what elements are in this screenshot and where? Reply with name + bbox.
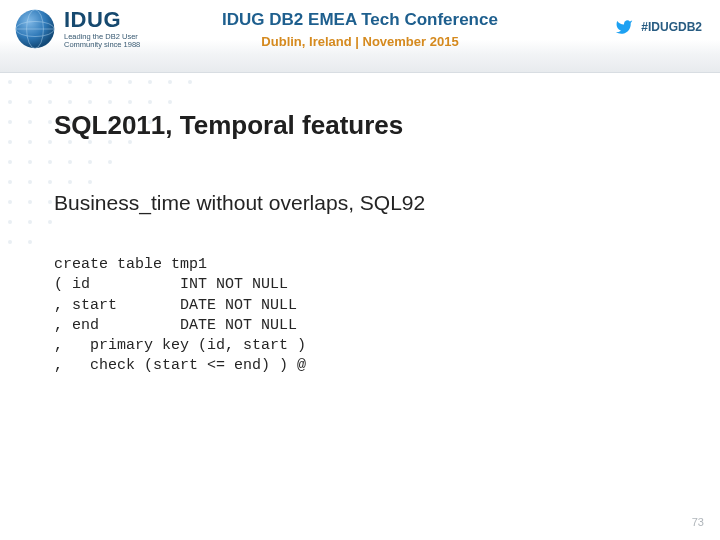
svg-point-8	[88, 80, 92, 84]
svg-point-32	[28, 140, 32, 144]
svg-point-40	[48, 160, 52, 164]
svg-point-10	[128, 80, 132, 84]
brand-tagline: Leading the DB2 User Community since 198…	[64, 33, 174, 50]
slide-subheading: Business_time without overlaps, SQL92	[54, 191, 680, 215]
svg-point-9	[108, 80, 112, 84]
svg-point-14	[8, 100, 12, 104]
svg-point-49	[8, 200, 12, 204]
logo-block: IDUG Leading the DB2 User Community sinc…	[14, 8, 174, 50]
slide-content: SQL2011, Temporal features Business_time…	[54, 110, 680, 377]
svg-point-55	[48, 220, 52, 224]
svg-point-12	[168, 80, 172, 84]
brand-name: IDUG	[64, 9, 174, 31]
svg-point-22	[168, 100, 172, 104]
svg-point-15	[28, 100, 32, 104]
svg-point-25	[48, 120, 52, 124]
slide-header: IDUG Leading the DB2 User Community sinc…	[0, 0, 720, 73]
svg-point-19	[108, 100, 112, 104]
svg-point-4	[8, 80, 12, 84]
svg-point-50	[28, 200, 32, 204]
sql-code-block: create table tmp1 ( id INT NOT NULL , st…	[54, 255, 680, 377]
svg-point-39	[28, 160, 32, 164]
svg-point-33	[48, 140, 52, 144]
svg-point-17	[68, 100, 72, 104]
conference-titles: IDUG DB2 EMEA Tech Conference Dublin, Ir…	[222, 10, 498, 49]
globe-icon	[14, 8, 56, 50]
conference-subtitle: Dublin, Ireland | November 2015	[222, 34, 498, 49]
svg-point-57	[28, 240, 32, 244]
svg-point-23	[8, 120, 12, 124]
svg-point-18	[88, 100, 92, 104]
svg-point-44	[8, 180, 12, 184]
svg-point-31	[8, 140, 12, 144]
svg-point-38	[8, 160, 12, 164]
svg-point-46	[48, 180, 52, 184]
svg-point-16	[48, 100, 52, 104]
hashtag-block: #IDUGDB2	[613, 18, 702, 36]
svg-point-7	[68, 80, 72, 84]
slide-title: SQL2011, Temporal features	[54, 110, 680, 141]
twitter-bird-icon	[613, 18, 635, 36]
svg-point-45	[28, 180, 32, 184]
svg-point-54	[28, 220, 32, 224]
svg-point-24	[28, 120, 32, 124]
svg-point-21	[148, 100, 152, 104]
svg-point-5	[28, 80, 32, 84]
svg-point-53	[8, 220, 12, 224]
page-number: 73	[692, 516, 704, 528]
conference-title: IDUG DB2 EMEA Tech Conference	[222, 10, 498, 30]
logo-text: IDUG Leading the DB2 User Community sinc…	[64, 9, 174, 50]
svg-point-51	[48, 200, 52, 204]
svg-point-56	[8, 240, 12, 244]
svg-point-13	[188, 80, 192, 84]
svg-point-6	[48, 80, 52, 84]
svg-point-20	[128, 100, 132, 104]
hashtag-text: #IDUGDB2	[641, 20, 702, 34]
svg-point-11	[148, 80, 152, 84]
